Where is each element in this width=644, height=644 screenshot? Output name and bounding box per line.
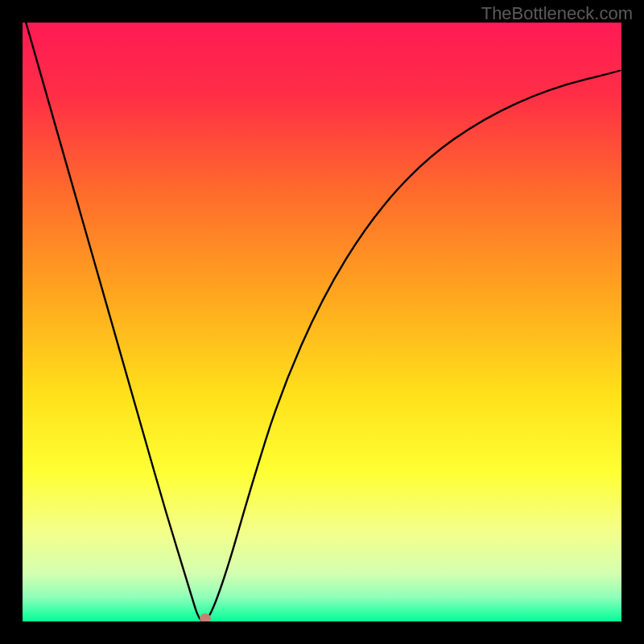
- chart-frame: [23, 23, 621, 621]
- attribution-text: TheBottleneck.com: [481, 3, 633, 24]
- minimum-marker: [200, 613, 211, 621]
- curve-layer: [23, 23, 621, 621]
- bottleneck-curve: [23, 23, 621, 621]
